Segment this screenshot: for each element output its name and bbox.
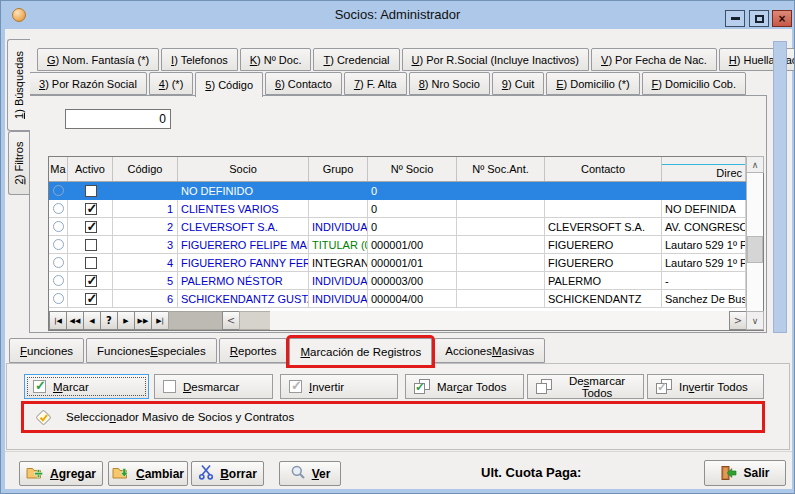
close-button[interactable]: × [772,10,792,27]
desmarcar-todos-button[interactable]: Desmarcar Todos [527,374,644,399]
table-row[interactable]: 2CLEVERSOFT S.A.INDIVIDUAL0CLEVERSOFT S.… [49,218,763,236]
hscroll-track[interactable] [270,311,729,330]
tab-funciones-especiales[interactable]: Funciones Especiales [86,338,217,363]
tab-6-contacto[interactable]: 6) Contacto [265,72,342,95]
table-row[interactable]: 4FIGUERERO FANNY FERRAINTEGRANT000001/01… [49,254,763,272]
mark-radio[interactable] [53,275,64,286]
mark-radio[interactable] [53,221,64,232]
tab-t-credencial[interactable]: T) Credencial [313,48,399,71]
tab-acciones-masivas[interactable]: Acciones Masivas [434,338,545,363]
marcar-todos-button[interactable]: Marcar Todos [405,374,524,399]
tab-5-c-digo[interactable]: 5) Código [195,72,263,97]
tab-reportes[interactable]: Reportes [219,338,288,363]
borrar-button[interactable]: Borrar [191,461,264,486]
column-header-n-soc-ant[interactable]: Nº Soc.Ant. [457,157,545,181]
vscroll-track[interactable] [747,173,763,311]
activo-checkbox[interactable] [85,221,97,233]
tab-g-nom-fantas-a[interactable]: G) Nom. Fantasía (*) [37,48,159,71]
cell [49,272,68,290]
nav-first-button[interactable]: |◀ [49,311,67,330]
table-row[interactable]: 1CLIENTES VARIOS0NO DEFINIDA [49,200,763,218]
column-header-c-digo[interactable]: Código [113,157,178,181]
exit-door-icon [720,465,737,481]
table-row[interactable]: NO DEFINIDO0 [49,182,763,200]
cell: 4 [113,254,178,272]
window-content: 1) Búsquedas2) Filtros G) Nom. Fantasía … [5,29,792,489]
vscroll-down-button[interactable]: ∨ [746,311,764,330]
nav-next-page-button[interactable]: ▶▶ [134,311,152,330]
side-tab-2-filtros[interactable]: 2) Filtros [8,131,30,195]
mark-radio[interactable] [53,257,64,268]
hscroll-thumb[interactable] [239,311,271,330]
tab-4[interactable]: 4) (*) [149,72,193,95]
column-header-contacto[interactable]: Contacto [545,157,662,181]
invertir-button[interactable]: Invertir [280,374,398,399]
tab-funciones[interactable]: Funciones [9,338,84,363]
cell [68,290,113,308]
mark-radio[interactable] [53,185,64,196]
column-header-grupo[interactable]: Grupo [309,157,368,181]
cell [49,254,68,272]
activo-checkbox[interactable] [85,293,97,305]
mark-radio[interactable] [53,239,64,250]
cell: 000001/01 [368,254,457,272]
nav-prior-button[interactable]: ◀ [83,311,101,330]
nav-last-button[interactable]: ▶| [151,311,169,330]
desmarcar-button[interactable]: Desmarcar [154,374,273,399]
footer-bar: AgregarCambiarBorrarVer Ult. Cuota Paga:… [5,451,792,489]
tab-v-por-fecha-de-nac[interactable]: V) Por Fecha de Nac. [591,48,717,71]
button-label: Marcar [53,381,89,393]
salir-button[interactable]: Salir [704,460,786,486]
column-header-socio[interactable]: Socio [178,157,309,181]
cell [457,182,545,200]
tab-3-por-raz-n-social[interactable]: 3) Por Razón Social [29,72,147,95]
table-row[interactable]: 3FIGUERERO FELIPE MANUETITULAR (0)000001… [49,236,763,254]
nav-search-button[interactable]: ? [100,311,118,330]
column-header-direc[interactable]: Direc [662,157,746,181]
seleccionador-masivo-item[interactable]: Seleccionador Masivo de Socios y Contrat… [24,404,762,430]
mark-radio[interactable] [53,293,64,304]
cell [309,200,368,218]
maximize-button[interactable] [749,10,769,27]
column-header-n-socio[interactable]: Nº Socio [368,157,457,181]
cambiar-button[interactable]: Cambiar [108,461,188,486]
tab-k-n-doc[interactable]: K) Nº Doc. [240,48,312,71]
agregar-button[interactable]: Agregar [19,461,103,486]
invertir-todos-button[interactable]: Invertir Todos [647,374,764,399]
activo-checkbox[interactable] [85,185,97,197]
tab-u-por-r-social-incluye-inactivos[interactable]: U) Por R.Social (Incluye Inactivos) [402,48,590,71]
mark-radio[interactable] [53,203,64,214]
tab-7-f-alta[interactable]: 7) F. Alta [344,72,407,95]
cell: INDIVIDUAL [309,290,368,308]
activo-checkbox[interactable] [85,257,97,269]
hscroll-right-button[interactable]: > [729,311,747,330]
table-row[interactable]: 5PALERMO NÉSTORINDIVIDUAL000003/00PALERM… [49,272,763,290]
nav-prior-page-button[interactable]: ◀◀ [66,311,84,330]
nav-next-button[interactable]: ▶ [117,311,135,330]
cell: PALERMO NÉSTOR [178,272,309,290]
code-input[interactable] [65,109,171,129]
hscroll-left-button[interactable]: < [222,311,240,330]
activo-checkbox[interactable] [85,275,97,287]
activo-checkbox[interactable] [85,203,97,215]
vscroll-thumb[interactable] [747,236,763,263]
side-tab-1-b-squedas[interactable]: 1) Búsquedas [7,39,30,131]
button-label: Cambiar [136,467,184,481]
tab-e-domicilio[interactable]: E) Domicilio (*) [546,72,639,95]
table-row[interactable]: 6SCHICKENDANTZ GUSTAVINDIVIDUAL000004/00… [49,290,763,308]
cell [309,182,368,200]
cell: PALERMO [545,272,662,290]
tab-8-nro-socio[interactable]: 8) Nro Socio [409,72,490,95]
column-header-ma[interactable]: Ma [49,157,68,181]
ver-button[interactable]: Ver [279,461,341,486]
tab-9-cuit[interactable]: 9) Cuit [492,72,544,95]
vscroll-up-button[interactable]: ∧ [746,156,764,173]
button-label: Borrar [220,467,257,481]
marcar-button[interactable]: Marcar [24,374,149,399]
column-header-activo[interactable]: Activo [68,157,113,181]
activo-checkbox[interactable] [85,239,97,251]
tab-marcaci-n-de-registros[interactable]: Marcación de Registros [289,338,432,365]
tab-f-domicilio-cob[interactable]: F) Domicilio Cob. [642,72,746,95]
tab-i-telefonos[interactable]: I) Telefonos [161,48,238,71]
minimize-button[interactable] [725,10,745,27]
